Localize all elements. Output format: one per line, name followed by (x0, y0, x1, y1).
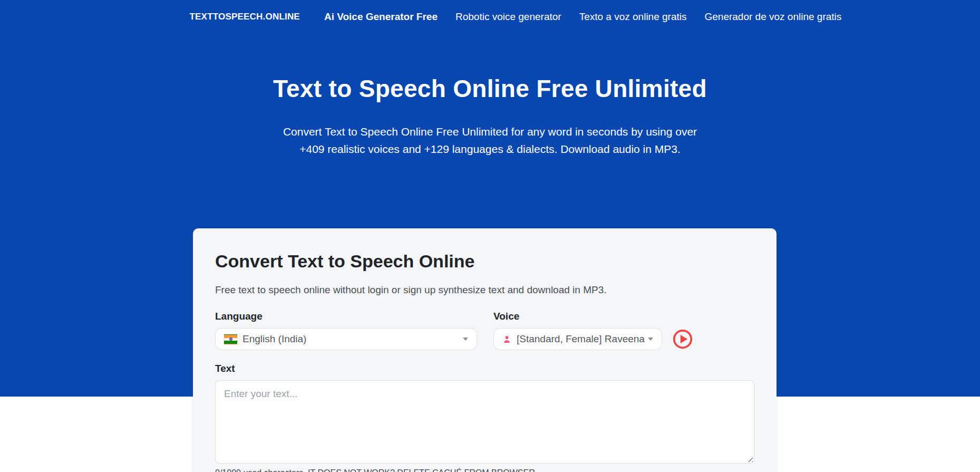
brand-logo[interactable]: TEXTTOSPEECH.ONLINE (190, 12, 300, 22)
page-subtitle: Convert Text to Speech Online Free Unlim… (0, 123, 980, 158)
selects-row: Language English (India) Voice (215, 311, 754, 350)
converter-card: Convert Text to Speech Online Free text … (193, 228, 777, 472)
subtitle-line-2: +409 realistic voices and +129 languages… (0, 140, 980, 158)
language-select[interactable]: English (India) (215, 328, 477, 350)
text-field: Text 0/1000 used characters. IT DOES NOT… (215, 363, 754, 472)
nav-link-robotic-voice[interactable]: Robotic voice generator (455, 11, 561, 23)
chevron-down-icon (463, 338, 468, 341)
character-counter: 0/1000 used characters. IT DOES NOT WORK… (215, 468, 754, 472)
converter-heading: Convert Text to Speech Online (215, 249, 754, 273)
female-voice-icon (502, 335, 511, 344)
india-flag-icon (224, 334, 237, 344)
nav-link-generador-de-voz[interactable]: Generador de voz online gratis (704, 11, 841, 23)
nav-links: Ai Voice Generator Free Robotic voice ge… (324, 11, 841, 23)
chevron-down-icon (648, 338, 653, 341)
voice-field: Voice [Standard, Female] Raveena (493, 311, 754, 350)
language-selected-value: English (India) (242, 333, 306, 345)
navbar: TEXTTOSPEECH.ONLINE Ai Voice Generator F… (190, 0, 791, 23)
text-label: Text (215, 363, 754, 374)
nav-link-ai-voice-generator[interactable]: Ai Voice Generator Free (324, 11, 438, 23)
voice-selected-value: [Standard, Female] Raveena (517, 333, 645, 345)
voice-label: Voice (493, 311, 754, 322)
play-voice-button[interactable] (672, 329, 693, 350)
converter-description: Free text to speech online without login… (215, 284, 754, 296)
play-icon (672, 329, 693, 350)
subtitle-line-1: Convert Text to Speech Online Free Unlim… (0, 123, 980, 140)
page-title: Text to Speech Online Free Unlimited (0, 74, 980, 103)
voice-select[interactable]: [Standard, Female] Raveena (493, 328, 662, 350)
nav-link-texto-a-voz[interactable]: Texto a voz online gratis (579, 11, 687, 23)
language-field: Language English (India) (215, 311, 477, 350)
text-input[interactable] (215, 380, 754, 464)
language-label: Language (215, 311, 477, 322)
